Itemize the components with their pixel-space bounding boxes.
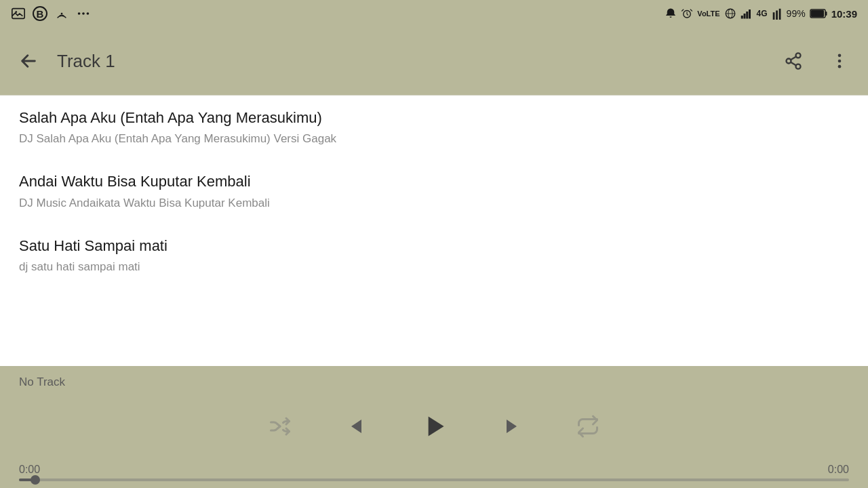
skip-next-button[interactable] — [496, 409, 531, 444]
skip-previous-icon — [341, 413, 368, 440]
more-dots-icon — [76, 6, 91, 21]
alarm-icon — [681, 7, 693, 20]
battery-icon — [810, 9, 827, 18]
player-bar: No Track — [0, 366, 868, 488]
status-left-icons: B — [11, 6, 91, 21]
app-bar-title: Track 1 — [57, 51, 115, 72]
track-subtitle-1: DJ Salah Apa Aku (Entah Apa Yang Merasuk… — [19, 132, 849, 146]
status-time: 10:39 — [831, 8, 857, 20]
network-type: 4G — [757, 9, 768, 18]
now-playing-label: No Track — [19, 375, 849, 389]
b-icon: B — [33, 6, 47, 21]
volte-icon: VoLTE — [697, 9, 719, 18]
svg-line-24 — [791, 57, 796, 60]
time-end: 0:00 — [828, 464, 849, 476]
play-icon — [417, 409, 451, 443]
svg-rect-12 — [746, 12, 748, 19]
svg-point-5 — [87, 12, 90, 15]
battery-percentage: 99% — [787, 8, 806, 19]
app-bar-right — [778, 46, 854, 76]
share-button[interactable] — [778, 46, 808, 76]
svg-rect-13 — [749, 9, 751, 19]
status-right-info: VoLTE 4G 99% 10:39 — [665, 7, 857, 20]
repeat-icon — [576, 414, 600, 439]
skip-next-icon — [500, 413, 527, 440]
track-title-1: Salah Apa Aku (Entah Apa Yang Merasukimu… — [19, 109, 849, 127]
track-subtitle-2: DJ Music Andaikata Waktu Bisa Kuputar Ke… — [19, 197, 849, 210]
svg-rect-15 — [776, 11, 778, 20]
svg-point-27 — [838, 65, 842, 68]
status-bar: B VoLTE — [0, 0, 868, 27]
app-bar: Track 1 — [0, 27, 868, 95]
notification-icon — [665, 7, 677, 20]
track-item-2[interactable]: Andai Waktu Bisa Kuputar Kembali DJ Musi… — [0, 159, 868, 223]
back-button[interactable] — [14, 46, 43, 76]
svg-point-4 — [82, 12, 85, 15]
svg-point-25 — [838, 54, 842, 58]
svg-point-20 — [796, 53, 801, 58]
share-icon — [784, 52, 803, 70]
svg-line-23 — [791, 62, 796, 66]
signal-waves-icon — [54, 6, 69, 21]
svg-point-3 — [78, 12, 81, 15]
svg-rect-19 — [825, 12, 827, 16]
globe-icon — [724, 7, 736, 20]
photo-icon — [11, 6, 26, 21]
shuffle-button[interactable] — [264, 410, 296, 443]
play-button[interactable] — [413, 405, 455, 447]
more-options-button[interactable] — [825, 46, 854, 76]
shuffle-icon — [268, 414, 292, 439]
track-item-3[interactable]: Satu Hati Sampai mati dj satu hati sampa… — [0, 224, 868, 287]
svg-rect-11 — [743, 14, 745, 19]
progress-section: 0:00 0:00 — [19, 464, 849, 481]
player-controls — [19, 405, 849, 447]
track-list: Salah Apa Aku (Entah Apa Yang Merasukimu… — [0, 96, 868, 366]
signal-bars-icon — [741, 7, 753, 20]
svg-point-2 — [61, 13, 63, 15]
app-bar-left: Track 1 — [14, 46, 115, 76]
svg-point-21 — [787, 59, 791, 64]
svg-rect-18 — [811, 10, 824, 17]
repeat-button[interactable] — [572, 410, 604, 443]
progress-bar[interactable] — [19, 479, 849, 481]
svg-rect-14 — [772, 12, 774, 20]
track-item-1[interactable]: Salah Apa Aku (Entah Apa Yang Merasukimu… — [0, 96, 868, 159]
svg-point-26 — [838, 60, 842, 63]
progress-thumb — [31, 475, 40, 485]
more-vertical-icon — [830, 52, 849, 70]
svg-point-22 — [796, 64, 801, 69]
track-title-3: Satu Hati Sampai mati — [19, 237, 849, 255]
skip-previous-button[interactable] — [337, 409, 372, 444]
track-subtitle-3: dj satu hati sampai mati — [19, 260, 849, 274]
mobile-signal-icon — [772, 7, 783, 20]
track-title-2: Andai Waktu Bisa Kuputar Kembali — [19, 173, 849, 190]
svg-rect-16 — [778, 9, 781, 20]
time-start: 0:00 — [19, 464, 40, 476]
time-row: 0:00 0:00 — [19, 464, 849, 476]
svg-rect-10 — [741, 16, 743, 19]
back-arrow-icon — [19, 52, 38, 70]
